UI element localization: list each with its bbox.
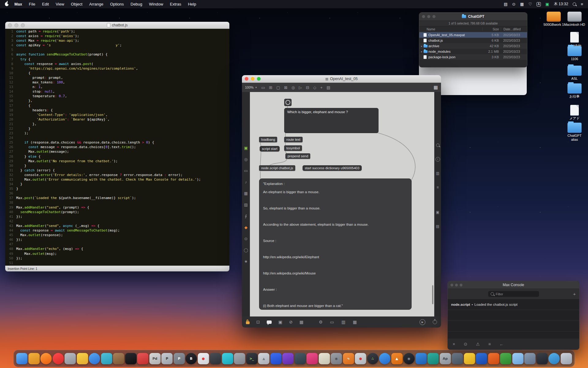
lock-icon[interactable] xyxy=(246,321,250,324)
dock-app-icon[interactable]: Ap xyxy=(439,353,451,364)
star-icon[interactable]: ★ xyxy=(244,259,248,264)
finder-row[interactable]: package-lock.json3 KB2023/03/23 xyxy=(419,54,527,60)
matrix-icon[interactable]: ▦ xyxy=(244,191,248,196)
display-icon[interactable]: ▤ xyxy=(504,2,507,6)
dock-app-icon[interactable] xyxy=(512,353,523,364)
dock-app-icon[interactable] xyxy=(488,353,499,364)
finder-column-headers[interactable]: Name Size Date...dified xyxy=(419,26,527,32)
warning-icon[interactable]: ⚠ xyxy=(476,342,480,346)
apple-logo-icon[interactable] xyxy=(5,2,9,6)
dock-app-icon[interactable] xyxy=(65,353,76,364)
search-icon[interactable] xyxy=(436,143,439,148)
filter-input[interactable]: Filter xyxy=(488,291,539,297)
dock-app-icon[interactable]: >_ xyxy=(246,353,257,364)
menu-bar-clock[interactable]: 木 13:32 xyxy=(554,2,568,7)
console-titlebar[interactable]: Max Console xyxy=(448,281,579,289)
menu-item-options[interactable]: Options xyxy=(107,0,127,8)
dock-app-icon[interactable] xyxy=(28,353,40,364)
dock-app-icon[interactable]: ▲ xyxy=(258,353,270,364)
clock-icon[interactable]: ⊙ xyxy=(512,2,515,6)
column-header-size[interactable]: Size xyxy=(482,27,501,31)
dock-app-icon[interactable] xyxy=(294,353,306,364)
dock-app-icon[interactable] xyxy=(464,353,475,364)
zoom-control[interactable]: 100% ▼ xyxy=(245,86,257,89)
menu-item-help[interactable]: Help xyxy=(185,0,200,8)
delete-icon[interactable]: ⊠ xyxy=(284,86,288,90)
clock-icon[interactable]: ⊙ xyxy=(464,342,467,346)
menu-item-object[interactable]: Object xyxy=(68,0,86,8)
prepend-send-object[interactable]: prepend send xyxy=(285,153,310,159)
script-start-message[interactable]: script start xyxy=(260,146,280,151)
play-icon[interactable]: ▶ xyxy=(420,319,425,325)
dock-app-icon[interactable] xyxy=(40,353,52,364)
desktop-icon[interactable]: ASL xyxy=(564,66,586,81)
node-script-object[interactable]: node.script chatbot.js xyxy=(259,165,295,171)
circle-icon[interactable]: ◎ xyxy=(291,86,295,90)
dock-app-icon[interactable]: ◉ xyxy=(403,353,415,364)
search-icon[interactable] xyxy=(573,2,576,6)
code-area[interactable]: 1const path = require('path');2const axi… xyxy=(5,29,229,266)
list-icon[interactable]: ≡ xyxy=(488,342,491,346)
dock-app-icon[interactable] xyxy=(270,353,281,364)
dock-app-icon[interactable] xyxy=(536,353,548,364)
disclosure-triangle-icon[interactable]: ▸ xyxy=(419,45,424,48)
status-green-icon[interactable]: ▣ xyxy=(545,2,549,6)
finder-row[interactable]: ▸archive42 KB2023/03/23 xyxy=(419,43,527,49)
desktop-icon[interactable]: 1106 xyxy=(564,46,586,61)
download-icon[interactable]: ⊙ xyxy=(244,236,248,241)
tools-icon[interactable]: ⚙ xyxy=(319,320,323,324)
route-object[interactable]: route text xyxy=(284,137,303,142)
patcher-canvas[interactable]: Which is bigger, elephant and mouse ? lo… xyxy=(250,92,434,316)
disclosure-triangle-icon[interactable]: ▸ xyxy=(419,50,424,53)
dock-app-icon[interactable] xyxy=(415,353,427,364)
finder-row[interactable]: chatbot.js6 KB2023/03/23 xyxy=(419,38,527,43)
menu-item-view[interactable]: View xyxy=(52,0,68,8)
minus-icon[interactable]: ⊟ xyxy=(306,86,309,90)
dock-app-icon[interactable] xyxy=(548,353,560,364)
finder-titlebar[interactable]: ChatGPT xyxy=(419,13,527,21)
circle-outline-icon[interactable]: ◯ xyxy=(244,248,248,253)
start-success-message[interactable]: start success dictionary u965005403 xyxy=(303,165,362,171)
menu-item-edit[interactable]: Edit xyxy=(39,0,52,8)
package-icon[interactable]: ▣ xyxy=(244,146,248,151)
dock-app-icon[interactable] xyxy=(52,353,64,364)
console-bubble-icon[interactable] xyxy=(267,320,272,324)
input-source-icon[interactable]: A xyxy=(537,2,541,6)
dock-app-icon[interactable] xyxy=(307,353,318,364)
dock-app-icon[interactable]: P xyxy=(173,353,185,364)
dock-app-icon[interactable] xyxy=(210,353,221,364)
play-small-icon[interactable]: ▷ xyxy=(299,86,302,90)
column-header-name[interactable]: Name xyxy=(419,27,482,31)
button-grid-icon[interactable]: ⊞ xyxy=(269,86,272,90)
desktop-icon[interactable]: メアド xyxy=(564,105,586,121)
audio-mute-icon[interactable]: ⊘ xyxy=(289,320,293,324)
canvas-scrollbar[interactable] xyxy=(432,285,433,304)
dock-app-icon[interactable] xyxy=(137,353,149,364)
console-log-list[interactable]: node.script•Loaded the chatbot.js script xyxy=(448,299,579,339)
dock-app-icon[interactable] xyxy=(476,353,487,364)
back-arrow-icon[interactable]: ← xyxy=(499,342,504,346)
dock-app-icon[interactable] xyxy=(379,353,390,364)
dock-app-icon[interactable] xyxy=(560,353,572,364)
menu-item-file[interactable]: File xyxy=(25,0,39,8)
grid-icon[interactable]: ▦ xyxy=(434,85,438,90)
dock-app-icon[interactable] xyxy=(101,353,112,364)
keyboard-icon[interactable]: ▦ xyxy=(520,2,524,6)
columns-icon[interactable]: ▥ xyxy=(436,171,439,176)
dock-app-icon[interactable] xyxy=(89,353,100,364)
menu-item-extras[interactable]: Extras xyxy=(167,0,185,8)
menu-list-icon[interactable]: ≡ xyxy=(581,2,583,6)
desktop-icon[interactable]: お仕事 xyxy=(564,83,586,98)
editor-titlebar[interactable]: chatbot.js xyxy=(5,22,229,29)
dock-app-icon[interactable] xyxy=(125,353,136,364)
add-button[interactable]: + xyxy=(573,291,576,297)
response-comment-box[interactable]: "Explanation :An elephant is bigger than… xyxy=(259,178,412,310)
dock-app-icon[interactable]: ● xyxy=(355,353,366,364)
export-icon[interactable]: ⊡ xyxy=(256,320,260,324)
heart-icon[interactable]: ♡ xyxy=(529,2,532,6)
dock-app-icon[interactable] xyxy=(16,353,28,364)
dock-app-icon[interactable]: B xyxy=(186,353,197,364)
layers-icon[interactable]: ▣ xyxy=(278,320,282,324)
palette-icon[interactable]: ▤ xyxy=(326,86,330,90)
dock-app-icon[interactable]: ◉ xyxy=(331,353,342,364)
